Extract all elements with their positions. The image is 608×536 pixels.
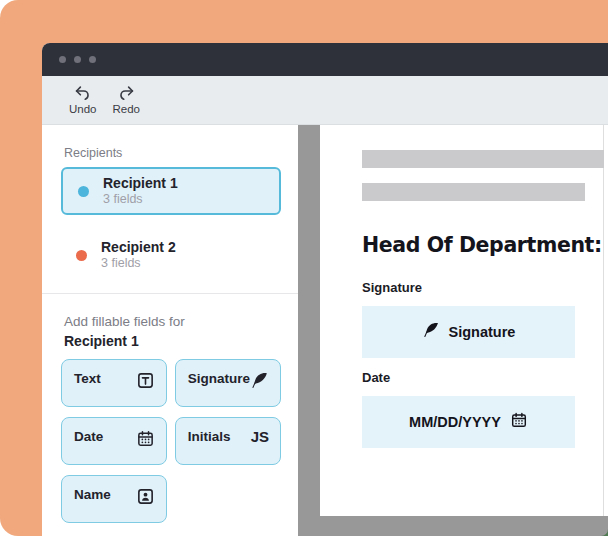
redo-icon bbox=[117, 85, 136, 102]
calendar-icon bbox=[136, 429, 155, 451]
date-section-label: Date bbox=[362, 370, 603, 385]
text-field-icon bbox=[136, 371, 155, 393]
recipient-item-2[interactable]: Recipient 2 3 fields bbox=[61, 235, 281, 275]
signature-field-label: Signature bbox=[449, 324, 516, 340]
recipient-name: Recipient 2 bbox=[101, 238, 176, 256]
field-button-label: Date bbox=[74, 429, 103, 444]
feather-signature-icon bbox=[422, 321, 440, 342]
person-badge-icon bbox=[136, 487, 155, 509]
field-buttons-grid: Text Signature bbox=[61, 359, 281, 523]
feather-signature-icon bbox=[250, 371, 269, 393]
window-dot-icon bbox=[74, 56, 81, 63]
editor-main: Recipients Recipient 1 3 fields Recipien… bbox=[42, 125, 608, 536]
recipient-fields-count: 3 fields bbox=[101, 256, 176, 272]
date-field-placeholder: MM/DD/YYYY bbox=[409, 414, 501, 430]
editor-toolbar: Undo Redo bbox=[42, 76, 608, 125]
document-canvas: Head Of Department: Signature Signature … bbox=[298, 125, 608, 536]
canvas-left-gutter bbox=[298, 125, 320, 536]
field-button-label: Name bbox=[74, 487, 111, 502]
field-button-label: Text bbox=[74, 371, 101, 386]
window-titlebar bbox=[42, 43, 608, 76]
add-fields-recipient-name: Recipient 1 bbox=[64, 333, 298, 349]
text-placeholder-bar bbox=[362, 183, 585, 201]
redo-label: Redo bbox=[113, 103, 141, 116]
fields-sidebar: Recipients Recipient 1 3 fields Recipien… bbox=[42, 125, 298, 536]
initials-js-icon: JS bbox=[251, 429, 269, 444]
redo-button[interactable]: Redo bbox=[113, 85, 141, 116]
add-text-field-button[interactable]: Text bbox=[61, 359, 167, 407]
field-button-label: Signature bbox=[188, 371, 250, 386]
recipient-1-dot-icon bbox=[78, 186, 89, 197]
signature-section-label: Signature bbox=[362, 280, 603, 295]
undo-label: Undo bbox=[69, 103, 97, 116]
editor-window: Undo Redo Recipients Recipi bbox=[42, 43, 608, 536]
date-input-field[interactable]: MM/DD/YYYY bbox=[362, 396, 575, 448]
recipient-name: Recipient 1 bbox=[103, 174, 178, 192]
add-date-field-button[interactable]: Date bbox=[61, 417, 167, 465]
undo-icon bbox=[73, 85, 92, 102]
document-page: Head Of Department: Signature Signature … bbox=[320, 125, 604, 516]
window-dot-icon bbox=[89, 56, 96, 63]
recipient-fields-count: 3 fields bbox=[103, 192, 178, 208]
document-heading: Head Of Department: bbox=[362, 233, 603, 258]
add-signature-field-button[interactable]: Signature bbox=[175, 359, 281, 407]
field-button-label: Initials bbox=[188, 429, 231, 444]
signature-input-field[interactable]: Signature bbox=[362, 306, 575, 358]
text-placeholder-bar bbox=[362, 150, 604, 168]
add-initials-field-button[interactable]: Initials JS bbox=[175, 417, 281, 465]
sidebar-divider bbox=[42, 293, 298, 294]
undo-button[interactable]: Undo bbox=[69, 85, 97, 116]
recipient-item-1[interactable]: Recipient 1 3 fields bbox=[61, 167, 281, 215]
recipient-2-dot-icon bbox=[76, 250, 87, 261]
canvas-bottom-gutter bbox=[298, 516, 608, 536]
add-name-field-button[interactable]: Name bbox=[61, 475, 167, 523]
calendar-icon bbox=[510, 411, 528, 432]
recipients-heading: Recipients bbox=[64, 146, 298, 160]
window-dot-icon bbox=[59, 56, 66, 63]
screenshot-stage: Undo Redo Recipients Recipi bbox=[0, 0, 608, 536]
add-fields-label: Add fillable fields for bbox=[64, 313, 298, 331]
